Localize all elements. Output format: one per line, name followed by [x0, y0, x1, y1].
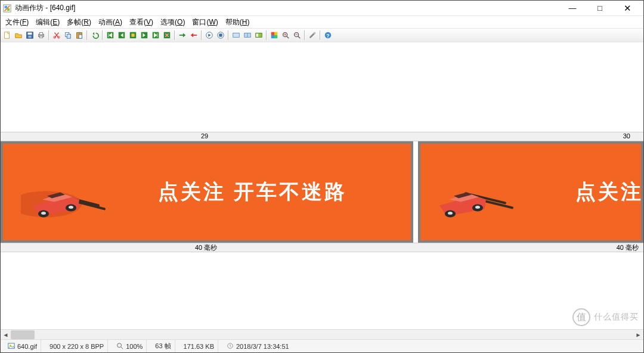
- zoom-in-button[interactable]: [280, 30, 291, 41]
- last-frame-button[interactable]: [150, 30, 161, 41]
- watermark-text: 什么值得买: [594, 312, 639, 323]
- copy-button[interactable]: [63, 30, 73, 41]
- status-zoom: 100%: [113, 340, 147, 352]
- titlebar: 动画作坊 - [640.gif] — □ ✕: [1, 1, 643, 16]
- delete-frame-button[interactable]: [162, 30, 172, 41]
- scroll-thumb[interactable]: [11, 330, 35, 339]
- svg-line-41: [298, 36, 301, 39]
- frame-index-a: 29: [201, 132, 208, 140]
- settings-button[interactable]: [307, 30, 318, 41]
- cut-button[interactable]: [51, 30, 62, 41]
- minimize-button[interactable]: —: [559, 1, 586, 16]
- frame-delay-b: 40 毫秒: [617, 243, 639, 252]
- frame-caption-29: 点关注 开车不迷路: [158, 178, 347, 206]
- go-button[interactable]: [177, 30, 188, 41]
- undo-button[interactable]: [89, 30, 100, 41]
- menu-file[interactable]: 文件(F): [5, 17, 29, 27]
- app-icon: [3, 4, 11, 13]
- svg-rect-35: [274, 35, 277, 38]
- frame-image-29: 点关注 开车不迷路: [3, 144, 411, 240]
- svg-rect-16: [79, 35, 82, 38]
- svg-rect-33: [274, 32, 277, 35]
- frame-delay-bar: 40 毫秒 40 毫秒: [1, 243, 643, 252]
- svg-rect-1: [5, 5, 7, 8]
- svg-rect-34: [271, 35, 274, 38]
- first-frame-button[interactable]: [105, 30, 116, 41]
- close-button[interactable]: ✕: [614, 1, 641, 16]
- svg-rect-31: [256, 33, 259, 36]
- scroll-left-button[interactable]: ◄: [1, 330, 11, 340]
- image-icon: [8, 342, 15, 351]
- print-button[interactable]: [36, 30, 47, 41]
- svg-rect-15: [78, 32, 80, 34]
- menu-help[interactable]: 帮助(H): [225, 17, 250, 27]
- menu-edit[interactable]: 编辑(E): [36, 17, 60, 27]
- frame-strip[interactable]: 点关注 开车不迷路: [1, 141, 643, 243]
- open-file-button[interactable]: [13, 30, 24, 41]
- insert-frame-button[interactable]: [128, 30, 138, 41]
- color-picker-button[interactable]: [269, 30, 280, 41]
- next-frame-button[interactable]: [139, 30, 150, 41]
- svg-point-57: [117, 343, 122, 347]
- prev-frame-button[interactable]: [116, 30, 127, 41]
- scroll-right-button[interactable]: ►: [633, 330, 643, 340]
- svg-rect-5: [28, 33, 32, 35]
- svg-line-58: [121, 346, 123, 348]
- blank-area-top: [1, 42, 643, 132]
- statusbar: 640.gif 900 x 220 x 8 BPP 100% 63 帧 171.…: [1, 339, 643, 352]
- svg-line-37: [287, 36, 289, 39]
- magnifier-icon: [116, 342, 123, 351]
- window-title: 动画作坊 - [640.gif]: [15, 3, 75, 13]
- menubar: 文件(F) 编辑(E) 多帧(R) 动画(A) 查看(V) 选项(O) 窗口(W…: [1, 16, 643, 28]
- zoom-out-button[interactable]: [292, 30, 302, 41]
- toolbar: ?: [1, 28, 643, 42]
- svg-point-54: [475, 206, 480, 209]
- reverse-button[interactable]: [188, 30, 199, 41]
- status-datetime: 2018/3/7 13:34:51: [223, 340, 293, 352]
- car-icon: [429, 169, 524, 225]
- frame-delay-a: 40 毫秒: [195, 243, 217, 252]
- view-mode-2-button[interactable]: [242, 30, 253, 41]
- menu-window[interactable]: 窗口(W): [192, 17, 218, 27]
- svg-rect-9: [39, 36, 42, 38]
- new-file-button[interactable]: [2, 30, 13, 41]
- svg-rect-2: [7, 8, 10, 11]
- frame-caption-30: 点关注: [575, 178, 641, 206]
- view-mode-1-button[interactable]: [231, 30, 242, 41]
- stop-button[interactable]: [215, 30, 226, 41]
- save-button[interactable]: [24, 30, 35, 41]
- frame-index-b: 30: [623, 132, 630, 140]
- view-mode-3-button[interactable]: [253, 30, 264, 41]
- svg-rect-13: [67, 34, 70, 38]
- help-button[interactable]: ?: [323, 30, 333, 41]
- frame-30[interactable]: 点关注: [418, 141, 643, 243]
- menu-options[interactable]: 选项(O): [160, 17, 185, 27]
- play-button[interactable]: [204, 30, 215, 41]
- menu-frames[interactable]: 多帧(R): [67, 17, 91, 27]
- svg-point-43: [314, 32, 316, 35]
- status-filename: 640.gif: [4, 340, 41, 352]
- svg-point-50: [69, 206, 73, 209]
- frame-29[interactable]: 点关注 开车不迷路: [1, 141, 413, 243]
- watermark-badge: 值: [572, 308, 590, 326]
- svg-point-49: [41, 212, 46, 215]
- clock-icon: [227, 342, 234, 351]
- svg-rect-8: [39, 33, 42, 35]
- watermark: 值 什么值得买: [572, 308, 639, 326]
- paste-button[interactable]: [74, 30, 85, 41]
- svg-point-53: [448, 212, 453, 215]
- scroll-track[interactable]: [11, 330, 633, 340]
- menu-animation[interactable]: 动画(A): [98, 17, 122, 27]
- svg-rect-26: [219, 33, 222, 36]
- svg-rect-32: [271, 32, 274, 35]
- app-window: 动画作坊 - [640.gif] — □ ✕ 文件(F) 编辑(E) 多帧(R)…: [0, 0, 644, 353]
- status-filesize: 171.63 KB: [180, 340, 218, 352]
- svg-text:?: ?: [326, 33, 329, 39]
- status-dimensions: 900 x 220 x 8 BPP: [46, 340, 108, 352]
- frame-index-bar: 29 30: [1, 132, 643, 141]
- car-icon: [21, 169, 116, 225]
- maximize-button[interactable]: □: [586, 1, 614, 16]
- frame-image-30: 点关注: [420, 144, 641, 240]
- horizontal-scrollbar[interactable]: ◄ ►: [1, 329, 643, 339]
- menu-view[interactable]: 查看(V): [129, 17, 153, 27]
